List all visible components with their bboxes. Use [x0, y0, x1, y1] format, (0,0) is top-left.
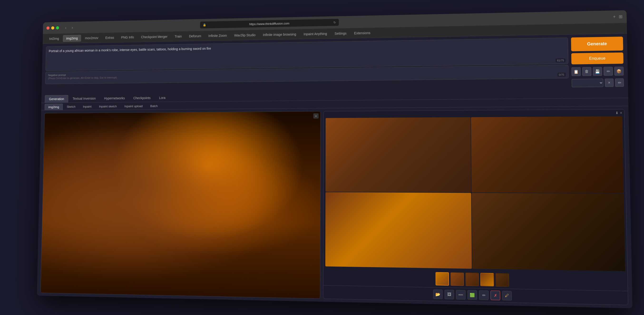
input-image-panel: ×	[40, 111, 321, 298]
tab-grid-icon[interactable]: ⊞	[618, 14, 622, 19]
style-apply-button[interactable]: ✏	[615, 78, 624, 86]
prompt-icon-row: 📋 🗑 💾 ✏ 📦	[572, 66, 624, 76]
output-image-panel: ⬇ ×	[323, 109, 628, 305]
open-folder-button[interactable]: 📂	[433, 289, 442, 299]
prompt-area: 61/75 Negative prompt (Press Ctrl+Enter …	[42, 34, 628, 95]
style-select-row: × ✏	[572, 78, 624, 87]
output-image-1[interactable]	[326, 117, 471, 192]
enqueue-button[interactable]: Enqueue	[571, 52, 624, 64]
output-image-2[interactable]	[471, 116, 624, 193]
input-image-display	[41, 111, 320, 298]
clear-icon-button[interactable]: 🗑	[582, 67, 592, 76]
close-input-image-button[interactable]: ×	[314, 113, 319, 118]
subtab-inpaint[interactable]: Inpaint	[80, 103, 95, 110]
edit-button[interactable]: 🖊	[502, 291, 512, 300]
nav-tab-infinite-zoom[interactable]: Infinite Zoom	[205, 32, 230, 39]
image-area: × ⬇ ×	[37, 106, 632, 308]
positive-prompt-input[interactable]	[48, 40, 562, 68]
address-bar[interactable]: 🔒 https://www.thinkdiffusion.com ↻	[200, 18, 339, 28]
nav-tab-infinite-browse[interactable]: Infinite image browsing	[260, 31, 300, 38]
output-image-4[interactable]	[472, 192, 625, 271]
extra-icon-button[interactable]: 📦	[614, 66, 624, 76]
output-image-grid	[324, 116, 627, 273]
nav-tab-extras[interactable]: Extras	[102, 34, 117, 41]
nav-tab-txt2img[interactable]: txt2img	[46, 35, 62, 42]
subtab-inpaint-sketch[interactable]: Inpaint sketch	[95, 103, 120, 110]
refresh-icon[interactable]: ↻	[334, 20, 336, 24]
nav-tab-mov2mov[interactable]: mov2mov	[82, 34, 101, 41]
thumbnail-2[interactable]	[450, 272, 464, 286]
browser-nav-buttons: ‹ ›	[63, 24, 75, 31]
close-output-icon[interactable]: ×	[620, 111, 622, 115]
thumbnail-5[interactable]	[495, 273, 509, 286]
url-text: https://www.thinkdiffusion.com	[208, 20, 332, 26]
new-tab-icon[interactable]: +	[613, 14, 616, 19]
style-dropdown[interactable]	[572, 78, 603, 87]
nav-tab-png-info[interactable]: PNG Info	[118, 34, 137, 40]
x-clear-button[interactable]: ×	[605, 78, 614, 87]
save-image-button[interactable]: 🟩	[468, 290, 477, 300]
generate-button[interactable]: Generate	[571, 36, 623, 51]
nav-tab-deforum[interactable]: Deforum	[186, 32, 204, 39]
tab-lora[interactable]: Lora	[155, 94, 170, 102]
thumbnail-1[interactable]	[436, 272, 449, 286]
subtab-batch[interactable]: Batch	[146, 103, 161, 109]
nav-tab-img2img[interactable]: img2img	[63, 34, 81, 42]
tab-hypernetworks[interactable]: Hypernetworks	[100, 94, 129, 102]
subtab-sketch[interactable]: Sketch	[63, 104, 79, 110]
browser-window: ‹ › 🔒 https://www.thinkdiffusion.com ↻ +…	[37, 10, 632, 308]
send-to-img2img-button[interactable]: 🖼	[444, 290, 454, 299]
brush-button[interactable]: ✏	[479, 290, 488, 300]
subtab-inpaint-upload[interactable]: Inpaint upload	[121, 103, 146, 110]
nav-tab-extensions[interactable]: Extensions	[351, 29, 374, 36]
edit-icon-button[interactable]: ✏	[604, 66, 613, 75]
skip-button[interactable]: ➖	[456, 290, 466, 299]
output-image-3[interactable]	[325, 192, 472, 269]
nav-tab-checkpoint-merger[interactable]: Checkpoint Merger	[138, 33, 171, 40]
delete-button[interactable]: ✗	[490, 290, 500, 300]
subtab-img2img[interactable]: img2img	[45, 104, 63, 110]
maximize-window-button[interactable]	[56, 26, 59, 29]
back-button[interactable]: ‹	[63, 24, 68, 31]
prompt-inputs: 61/75 Negative prompt (Press Ctrl+Enter …	[45, 37, 568, 92]
traffic-lights	[46, 26, 59, 30]
save-icon-button[interactable]: 💾	[593, 67, 602, 76]
thumbnail-3[interactable]	[466, 272, 479, 286]
lock-icon: 🔒	[203, 23, 206, 26]
nav-tab-train[interactable]: Train	[172, 33, 185, 40]
nav-tab-inpaint-anything[interactable]: Inpaint Anything	[300, 30, 330, 37]
forward-button[interactable]: ›	[70, 24, 75, 31]
paste-icon-button[interactable]: 📋	[572, 67, 581, 76]
download-output-icon[interactable]: ⬇	[615, 111, 618, 115]
tab-checkpoints[interactable]: Checkpoints	[129, 94, 155, 102]
nav-tab-settings[interactable]: Settings	[331, 30, 350, 36]
tab-generation[interactable]: Generation	[45, 95, 68, 102]
minimize-window-button[interactable]	[51, 26, 54, 29]
positive-token-count: 61/75	[556, 58, 566, 62]
thumbnail-4[interactable]	[480, 273, 494, 286]
title-bar-right: + ⊞	[613, 14, 622, 19]
nav-tab-wav2lip[interactable]: Wav2lip Studio	[231, 32, 259, 38]
main-content: 61/75 Negative prompt (Press Ctrl+Enter …	[37, 34, 632, 308]
tab-textual-inversion[interactable]: Textual Inversion	[69, 94, 100, 102]
negative-token-count: 0/75	[557, 72, 566, 76]
action-buttons: Generate Enqueue 📋 🗑 💾 ✏ 📦 × ✏	[571, 36, 624, 87]
close-window-button[interactable]	[46, 26, 50, 30]
